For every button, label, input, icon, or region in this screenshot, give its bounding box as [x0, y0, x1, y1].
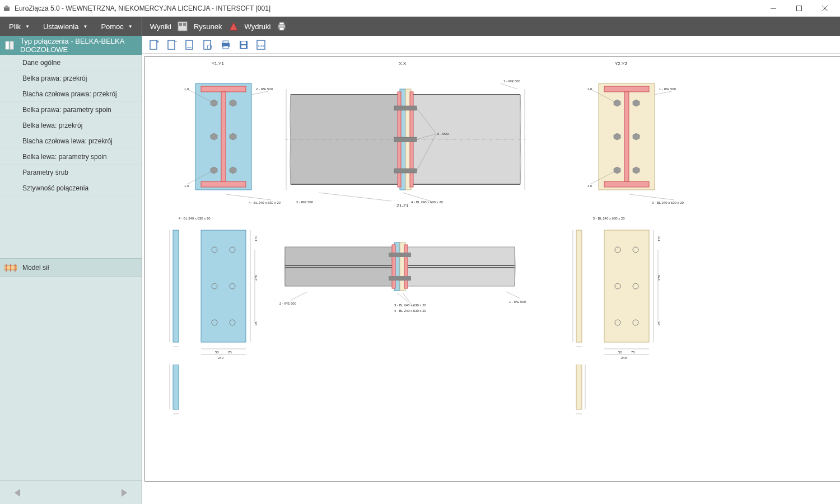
sidebar: Plik▼ Ustawienia▼ Pomoc▼ Typ połączenia … [0, 17, 142, 504]
svg-rect-19 [279, 22, 284, 25]
svg-text:3 - BL 240 x 630 x 20: 3 - BL 240 x 630 x 20 [394, 304, 426, 307]
preview-button[interactable] [202, 39, 214, 51]
content-toolbar: Wyniki Rysunek Wydruki [142, 17, 840, 36]
menu-plik[interactable]: Plik▼ [3, 20, 35, 33]
nav-prev-button[interactable] [11, 486, 25, 500]
svg-text:1 - IPE 500: 1 - IPE 500 [503, 80, 521, 83]
svg-rect-15 [179, 23, 182, 26]
svg-text:95: 95 [254, 321, 258, 325]
sidebar-item-belka-prawa-spoiny[interactable]: Belka prawa: parametry spoin [0, 102, 142, 118]
new-doc-button[interactable]: + [148, 39, 160, 51]
menu-ustawienia[interactable]: Ustawienia▼ [38, 20, 94, 33]
svg-rect-3 [797, 6, 802, 11]
svg-text:270: 270 [254, 274, 258, 281]
chevron-down-icon: ▼ [83, 24, 87, 29]
maximize-button[interactable] [786, 0, 812, 17]
results-icon[interactable] [177, 21, 188, 32]
print-icon[interactable] [276, 21, 287, 32]
svg-rect-138 [604, 230, 649, 342]
svg-line-95 [629, 194, 674, 200]
connection-type-icon [4, 40, 15, 51]
svg-rect-7 [10, 41, 13, 49]
svg-line-51 [251, 91, 268, 95]
chevron-down-icon: ▼ [128, 24, 133, 29]
svg-text:70: 70 [228, 351, 232, 354]
sidebar-item-belka-lewa-spoiny[interactable]: Belka lewa: parametry spoin [0, 149, 142, 165]
sidebar-item-model-sil[interactable]: Model sił [0, 258, 142, 277]
drawing-icon[interactable] [228, 21, 239, 32]
sidebar-item-belka-lewa-przekroj[interactable]: Belka lewa: przekrój [0, 118, 142, 133]
svg-text:+: + [156, 39, 159, 45]
svg-rect-63 [394, 106, 417, 110]
drawing-middle-row: 170 270 95 50 70 240 [151, 219, 699, 365]
svg-rect-82 [624, 92, 629, 181]
toolbar-rysunek[interactable]: Rysunek [192, 20, 225, 33]
sidebar-header[interactable]: Typ połączenia - BELKA-BELKA DOCZOŁOWE [0, 36, 142, 55]
window-controls [760, 0, 838, 17]
drawing-top-row: 1,0 1,0 2 - IPE 500 4 - BL 240 x 630 x 2… [151, 67, 699, 204]
svg-text:270: 270 [657, 274, 661, 281]
svg-marker-13 [122, 489, 127, 497]
sidebar-item-blacha-lewa-przekroj[interactable]: Blacha czołowa lewa: przekrój [0, 133, 142, 149]
page-button[interactable] [184, 39, 196, 51]
svg-rect-31 [223, 46, 228, 49]
svg-rect-124 [404, 245, 408, 288]
sidebar-item-parametry-srub[interactable]: Parametry śrub [0, 165, 142, 180]
svg-rect-0 [4, 8, 10, 11]
svg-marker-17 [230, 22, 237, 30]
svg-text:95: 95 [657, 321, 661, 325]
window-title: EuroZłącza 5.0 - WEWNĘTRZNA, NIEKOMERCYJ… [15, 4, 760, 12]
content-area: Wyniki Rysunek Wydruki + − DXF Y1-Y1 X-X… [142, 17, 840, 504]
sidebar-item-dane-ogolne[interactable]: Dane ogólne [0, 55, 142, 71]
svg-rect-38 [201, 86, 246, 92]
section-label-xx: X-X [391, 61, 414, 66]
svg-line-77 [501, 83, 517, 89]
canvas-scroll[interactable]: Y1-Y1 X-X Y2-Y2 Z1-Z1 4 - BL 240 x 630 x… [142, 54, 840, 504]
svg-text:50: 50 [215, 351, 219, 354]
forces-model-icon [4, 263, 17, 272]
section-label-y1: Y1-Y1 [207, 61, 229, 66]
svg-text:4 - BL 240 x 630 x 20: 4 - BL 240 x 630 x 20 [411, 200, 443, 204]
sidebar-item-belka-prawa-przekroj[interactable]: Belka prawa: przekrój [0, 71, 142, 86]
section-label-y2: Y2-Y2 [610, 61, 632, 66]
svg-rect-123 [392, 245, 395, 288]
app-icon [2, 4, 11, 13]
svg-rect-117 [285, 247, 394, 286]
svg-rect-158 [576, 365, 582, 409]
svg-text:−: − [174, 39, 177, 45]
nav-next-button[interactable] [117, 486, 130, 500]
svg-line-133 [506, 292, 520, 298]
drawing-canvas: Y1-Y1 X-X Y2-Y2 Z1-Z1 4 - BL 240 x 630 x… [144, 56, 840, 482]
svg-rect-30 [223, 41, 228, 43]
sidebar-footer-label: Model sił [22, 264, 49, 272]
svg-rect-118 [405, 247, 515, 286]
minimize-button[interactable] [760, 0, 786, 17]
sidebar-item-sztywnosc[interactable]: Sztywność połączenia [0, 180, 142, 196]
svg-rect-97 [173, 230, 179, 342]
toolbar-wydruki[interactable]: Wydruki [242, 20, 273, 33]
svg-line-75 [403, 193, 431, 201]
export-dxf-button[interactable]: DXF [255, 39, 268, 51]
print-button[interactable] [220, 39, 232, 51]
sidebar-items: Dane ogólne Belka prawa: przekrój Blacha… [0, 55, 142, 258]
toolbar-wyniki[interactable]: Wyniki [148, 20, 174, 33]
sidebar-item-blacha-prawa-przekroj[interactable]: Blacha czołowa prawa: przekrój [0, 86, 142, 102]
drawing-bottom-row [151, 365, 699, 426]
svg-text:240: 240 [621, 356, 627, 360]
save-button[interactable] [237, 39, 250, 51]
delete-doc-button[interactable]: − [166, 39, 178, 51]
svg-text:2 - IPE 500: 2 - IPE 500 [256, 87, 273, 91]
svg-line-53 [226, 194, 271, 200]
svg-rect-39 [201, 181, 246, 187]
svg-rect-100 [201, 230, 246, 342]
chevron-down-icon: ▼ [25, 24, 30, 29]
svg-marker-1 [3, 5, 10, 8]
svg-rect-33 [241, 41, 246, 44]
svg-text:170: 170 [254, 235, 258, 241]
close-button[interactable] [812, 0, 838, 17]
titlebar: EuroZłącza 5.0 - WEWNĘTRZNA, NIEKOMERCYJ… [0, 0, 840, 17]
svg-rect-80 [604, 86, 649, 92]
svg-text:DXF: DXF [258, 44, 265, 48]
menu-pomoc[interactable]: Pomoc▼ [95, 20, 138, 33]
svg-text:3 - BL 240 x 630 x 20: 3 - BL 240 x 630 x 20 [652, 201, 684, 204]
